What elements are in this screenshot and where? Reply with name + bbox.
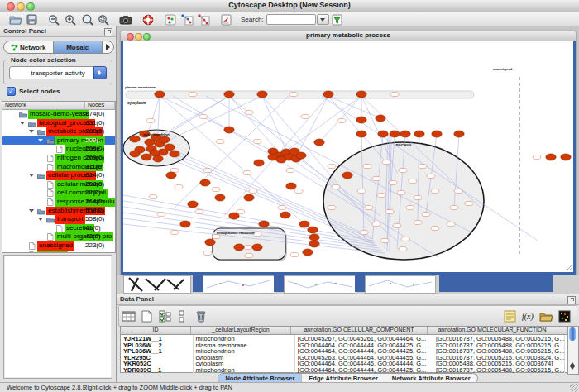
node[interactable] (290, 148, 299, 155)
label-node[interactable] (382, 160, 390, 164)
expand-arrow-icon[interactable] (29, 174, 34, 179)
scrollbar-thumb[interactable] (569, 327, 576, 341)
background-window-fragment[interactable] (123, 275, 191, 294)
label-node[interactable] (447, 222, 455, 226)
label-node[interactable] (175, 184, 183, 189)
tree-item-multi-organism-pro[interactable]: multi-organism pro42(0) (2, 232, 115, 241)
label-node[interactable] (294, 189, 303, 193)
label-node[interactable] (278, 205, 286, 209)
label-node[interactable] (414, 220, 422, 224)
node[interactable] (400, 131, 410, 137)
node-color-dropdown[interactable]: transporter activity (9, 66, 107, 79)
label-node[interactable] (212, 187, 220, 191)
tree-header-nodes[interactable]: Nodes (85, 102, 115, 109)
label-node[interactable] (401, 237, 409, 241)
tab-network[interactable]: Network (4, 41, 53, 53)
node[interactable] (200, 179, 210, 186)
label-node[interactable] (409, 179, 417, 183)
label-node[interactable] (533, 155, 541, 159)
zoom-selected-icon[interactable] (97, 13, 110, 26)
tree-item-unassigned[interactable]: unassigned223(0) (2, 241, 115, 251)
node[interactable] (314, 139, 324, 146)
label-node[interactable] (149, 194, 157, 198)
tree-item-transport[interactable]: transport558(0) (2, 215, 115, 224)
node[interactable] (170, 151, 179, 157)
node[interactable] (356, 117, 366, 123)
annotation-icon[interactable] (219, 13, 232, 26)
node[interactable] (141, 154, 151, 160)
label-node[interactable] (422, 212, 430, 216)
background-window-fragment[interactable] (203, 275, 275, 294)
expand-arrow-icon[interactable] (20, 122, 25, 127)
column-header[interactable]: annotation.GO MOLECULAR_FUNCTION (428, 327, 557, 334)
node[interactable] (224, 91, 234, 98)
node[interactable] (254, 160, 264, 166)
column-header[interactable]: annotation.GO CELLULAR_COMPONENT (291, 327, 428, 334)
tree-item-metabolic-process[interactable]: metabolic process280(0) (2, 127, 115, 136)
tree-item-primary-metabo[interactable]: primary metabo209(... (2, 136, 115, 146)
label-node[interactable] (195, 209, 203, 213)
node[interactable] (165, 144, 175, 151)
node[interactable] (376, 115, 385, 122)
node[interactable] (180, 221, 190, 227)
layout-nodes-icon[interactable] (180, 13, 194, 26)
label-node[interactable] (216, 139, 224, 143)
background-window-fragment[interactable] (284, 275, 356, 294)
save-icon[interactable] (25, 13, 38, 26)
snapshot-icon[interactable] (119, 13, 132, 26)
label-node[interactable] (332, 184, 340, 189)
label-node[interactable] (328, 205, 336, 209)
tab-mosaic[interactable]: Mosaic (53, 41, 103, 53)
node[interactable] (432, 131, 442, 137)
filter-icon[interactable] (331, 13, 344, 26)
table-row[interactable]: YPL036W__1mitochondrion[GO:0044464, GO:0… (121, 347, 568, 354)
zoom-out-icon[interactable] (47, 13, 60, 26)
label-node[interactable] (290, 92, 298, 96)
table-scrollbar[interactable] (567, 326, 579, 375)
label-node[interactable] (245, 110, 253, 114)
node[interactable] (286, 183, 296, 189)
tree-item-nucleobase-[interactable]: nucleobase-209(0) (2, 145, 115, 154)
label-node[interactable] (203, 251, 212, 255)
label-node[interactable] (372, 176, 380, 180)
node[interactable] (155, 91, 165, 98)
node[interactable] (166, 172, 176, 179)
node[interactable] (309, 234, 319, 241)
label-node[interactable] (454, 189, 462, 193)
expand-arrow-icon[interactable] (29, 130, 34, 136)
node[interactable] (130, 136, 140, 142)
label-node[interactable] (393, 223, 401, 227)
column-header[interactable]: _cellularLayoutRegion (191, 327, 291, 334)
node[interactable] (323, 91, 333, 98)
select-nodes-checkbox[interactable]: ✓ (7, 87, 16, 96)
tree-item-cell-communicati[interactable]: cell communicati22(0) (2, 189, 115, 198)
node[interactable] (561, 154, 571, 160)
label-node[interactable] (245, 253, 253, 257)
open-icon[interactable] (8, 13, 22, 26)
tree-item-biological-process[interactable]: biological_process651(0) (2, 119, 115, 128)
node[interactable] (303, 249, 313, 256)
network-navigator[interactable] (3, 255, 112, 379)
zoom-in-icon[interactable] (64, 13, 77, 26)
table-row[interactable]: YKR052Ccytoplasm[GO:0044464, GO:0044446,… (121, 360, 568, 366)
tree-item-macromolecule[interactable]: macromolecule311(0) (2, 163, 115, 172)
node[interactable] (454, 131, 464, 137)
label-node[interactable] (286, 168, 294, 172)
label-node[interactable] (372, 222, 380, 226)
node[interactable] (390, 131, 400, 137)
label-node[interactable] (419, 164, 427, 168)
label-node[interactable] (357, 189, 366, 193)
label-node[interactable] (390, 92, 399, 96)
import-attributes-icon[interactable] (538, 308, 554, 324)
select-attributes-icon[interactable] (156, 308, 173, 324)
unselect-attributes-icon[interactable] (175, 308, 191, 324)
label-node[interactable] (157, 212, 165, 216)
label-node[interactable] (290, 252, 299, 256)
label-node[interactable] (406, 205, 414, 209)
tree-header-network[interactable]: Network (2, 102, 85, 109)
label-node[interactable] (203, 168, 212, 172)
tree-item-establishment-of-lo[interactable]: establishment of lo558(0) (2, 207, 115, 216)
node[interactable] (257, 91, 267, 98)
zoom-fit-icon[interactable] (80, 13, 93, 26)
node[interactable] (150, 150, 160, 156)
